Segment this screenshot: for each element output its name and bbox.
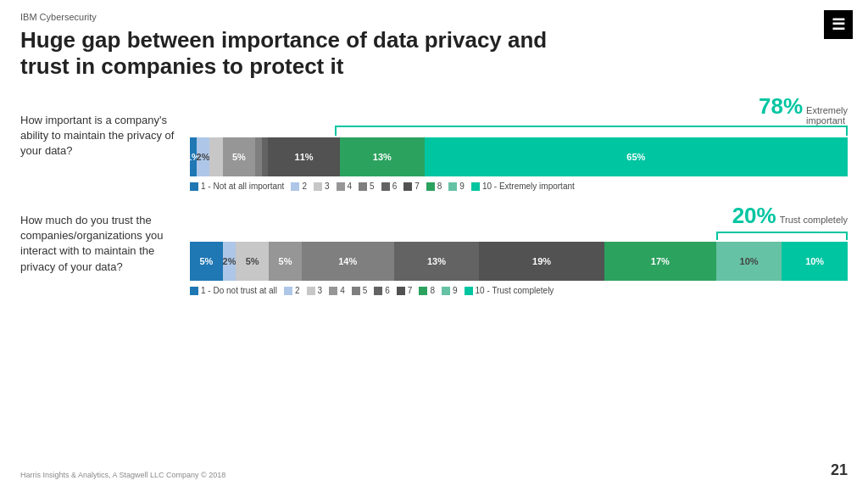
legend-label: 6 bbox=[385, 286, 390, 295]
legend-swatch bbox=[381, 182, 390, 191]
legend-label: 1 - Do not trust at all bbox=[201, 286, 277, 295]
legend-item: 2 bbox=[284, 286, 300, 295]
legend-item: 8 bbox=[419, 286, 435, 295]
bar-segment bbox=[262, 137, 269, 176]
bar-segment: 5% bbox=[236, 242, 269, 281]
importance-chart-section: How important is a company's ability to … bbox=[20, 95, 848, 191]
legend-item: 1 - Not at all important bbox=[190, 182, 284, 191]
legend-item: 7 bbox=[397, 286, 413, 295]
bar-segment: 5% bbox=[269, 242, 302, 281]
importance-legend: 1 - Not at all important2345678910 - Ext… bbox=[190, 182, 848, 191]
ibm-logo-icon: ☰ bbox=[824, 10, 853, 39]
legend-swatch bbox=[329, 287, 337, 295]
legend-label: 10 - Trust completely bbox=[476, 286, 554, 295]
segment-label: 5% bbox=[246, 256, 259, 266]
bar-segment: 5% bbox=[223, 137, 255, 176]
bar-segment: 13% bbox=[340, 137, 425, 176]
legend-label: 3 bbox=[325, 182, 330, 191]
bar-segment: 5% bbox=[190, 242, 223, 281]
bar-segment: 2% bbox=[197, 137, 210, 176]
legend-label: 5 bbox=[363, 286, 368, 295]
legend-label: 1 - Not at all important bbox=[201, 182, 284, 191]
annotation-20: 20% Trust completely bbox=[732, 203, 848, 229]
legend-swatch bbox=[337, 182, 345, 191]
bar-segment: 13% bbox=[394, 242, 480, 281]
trust-bar-relative: 20% Trust completely 5%2%5%5%14%13%19%17… bbox=[190, 242, 848, 281]
legend-item: 3 bbox=[314, 182, 330, 191]
trust-bar-area: 20% Trust completely 5%2%5%5%14%13%19%17… bbox=[190, 206, 848, 281]
legend-item: 5 bbox=[359, 182, 375, 191]
legend-item: 5 bbox=[352, 286, 368, 295]
legend-item: 9 bbox=[442, 286, 458, 295]
importance-chart-label: How important is a company's ability to … bbox=[20, 113, 190, 159]
segment-label: 14% bbox=[338, 256, 357, 266]
legend-item: 7 bbox=[403, 182, 420, 191]
segment-label: 5% bbox=[232, 152, 246, 162]
annotation-20-text: Trust completely bbox=[780, 215, 848, 225]
legend-swatch bbox=[307, 287, 315, 295]
legend-item: 6 bbox=[381, 182, 398, 191]
segment-label: 5% bbox=[279, 256, 292, 266]
bar-segment: 14% bbox=[302, 242, 394, 281]
trust-legend: 1 - Do not trust at all2345678910 - Trus… bbox=[190, 286, 848, 295]
importance-chart-row: How important is a company's ability to … bbox=[20, 95, 848, 176]
segment-label: 19% bbox=[532, 256, 551, 266]
legend-item: 4 bbox=[337, 182, 353, 191]
bar-segment: 10% bbox=[782, 242, 848, 281]
legend-item: 10 - Trust completely bbox=[465, 286, 554, 295]
segment-label: 2% bbox=[223, 256, 236, 266]
legend-item: 10 - Extremely important bbox=[471, 182, 575, 191]
bar-segment: 10% bbox=[716, 242, 782, 281]
footer: Harris Insights & Analytics, A Stagwell … bbox=[20, 461, 848, 479]
legend-swatch bbox=[284, 287, 292, 295]
bar-segment: 11% bbox=[268, 137, 340, 176]
segment-label: 65% bbox=[626, 152, 645, 162]
annotation-78: 78% Extremelyimportant bbox=[759, 93, 848, 126]
legend-swatch bbox=[374, 287, 382, 295]
bar-segment: 17% bbox=[604, 242, 716, 281]
legend-swatch bbox=[291, 182, 299, 191]
bar-segment: 65% bbox=[425, 137, 848, 176]
bracket-20 bbox=[716, 232, 848, 240]
legend-swatch bbox=[190, 182, 198, 191]
page-number: 21 bbox=[831, 461, 848, 479]
segment-label: 13% bbox=[373, 152, 392, 162]
legend-swatch bbox=[465, 287, 473, 295]
page-title: Huge gap between importance of data priv… bbox=[20, 27, 597, 80]
legend-label: 8 bbox=[430, 286, 435, 295]
importance-bar: 1%2%5%11%13%65% bbox=[190, 137, 848, 176]
legend-label: 2 bbox=[302, 182, 307, 191]
legend-swatch bbox=[426, 182, 435, 191]
brand-label: IBM Cybersecurity bbox=[20, 12, 848, 22]
legend-swatch bbox=[419, 287, 427, 295]
legend-item: 6 bbox=[374, 286, 390, 295]
legend-label: 5 bbox=[370, 182, 375, 191]
legend-label: 3 bbox=[318, 286, 323, 295]
importance-bar-relative: 78% Extremelyimportant 1%2%5%11%13%65% bbox=[190, 137, 848, 176]
legend-swatch bbox=[314, 182, 322, 191]
trust-chart-row: How much do you trust the companies/orga… bbox=[20, 206, 848, 281]
legend-swatch bbox=[471, 182, 480, 191]
legend-label: 2 bbox=[295, 286, 300, 295]
bar-segment bbox=[209, 137, 222, 176]
legend-label: 4 bbox=[348, 182, 353, 191]
trust-chart-label: How much do you trust the companies/orga… bbox=[20, 213, 190, 275]
legend-item: 2 bbox=[291, 182, 307, 191]
legend-item: 1 - Do not trust at all bbox=[190, 286, 277, 295]
annotation-20-pct: 20% bbox=[732, 203, 776, 229]
legend-swatch bbox=[403, 182, 412, 191]
legend-label: 9 bbox=[453, 286, 458, 295]
bar-segment bbox=[255, 137, 262, 176]
segment-label: 10% bbox=[740, 256, 759, 266]
legend-swatch bbox=[352, 287, 360, 295]
annotation-78-pct: 78% bbox=[759, 93, 803, 120]
segment-label: 2% bbox=[197, 152, 210, 162]
legend-label: 4 bbox=[340, 286, 345, 295]
annotation-78-text: Extremelyimportant bbox=[806, 105, 848, 126]
legend-swatch bbox=[442, 287, 450, 295]
legend-item: 9 bbox=[448, 182, 465, 191]
legend-label: 6 bbox=[392, 182, 398, 191]
bracket-78 bbox=[335, 126, 848, 136]
bar-segment: 2% bbox=[223, 242, 236, 281]
footer-text: Harris Insights & Analytics, A Stagwell … bbox=[20, 471, 225, 479]
